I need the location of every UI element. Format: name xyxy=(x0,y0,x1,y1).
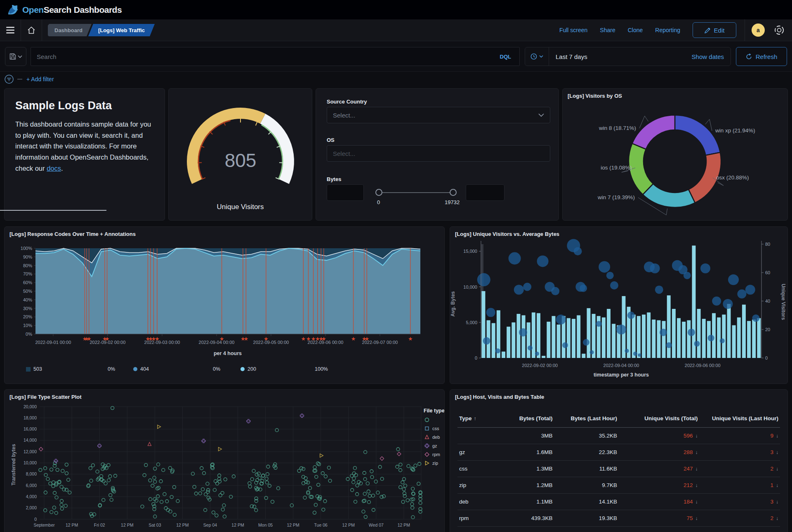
svg-text:6,000: 6,000 xyxy=(26,483,37,488)
clone-link[interactable]: Clone xyxy=(628,27,643,33)
bytes-slider-min-value: 0 xyxy=(377,199,380,205)
show-dates-link[interactable]: Show dates xyxy=(692,53,724,60)
panel-title: [Logs] Response Codes Over Time + Annota… xyxy=(5,227,444,237)
svg-text:15,000: 15,000 xyxy=(463,249,477,254)
filter-icon xyxy=(4,74,14,84)
source-country-select[interactable]: Select... xyxy=(327,107,550,123)
area-chart-canvas[interactable]: 0%10%20%30%40%50%60%70%80%90%100%2022-09… xyxy=(5,227,445,384)
share-link[interactable]: Share xyxy=(600,27,615,33)
svg-text:80%: 80% xyxy=(23,263,32,268)
svg-text:★: ★ xyxy=(301,336,306,342)
legend-item-blank[interactable] xyxy=(424,417,445,423)
edit-button[interactable]: Edit xyxy=(693,22,736,38)
pencil-icon xyxy=(705,27,711,33)
bytes-max-input[interactable] xyxy=(466,184,504,201)
table-cell[interactable]: 184↓ xyxy=(619,499,700,505)
table-cell: 1.1MB xyxy=(500,499,554,505)
bytes-slider-handle-max[interactable] xyxy=(450,189,457,196)
svg-text:Sat 03: Sat 03 xyxy=(148,523,161,527)
svg-text:30%: 30% xyxy=(23,306,32,311)
add-filter-link[interactable]: + Add filter xyxy=(26,76,54,82)
svg-text:805: 805 xyxy=(225,150,257,171)
help-button[interactable] xyxy=(774,25,785,35)
column-header-unique-visits-total-[interactable]: Unique Visits (Total) xyxy=(619,415,700,421)
saved-query-menu-button[interactable] xyxy=(5,47,26,66)
svg-text:★: ★ xyxy=(408,336,413,342)
donut-canvas[interactable]: win xp (21.94%)osx (20.88%)win 7 (19.39%… xyxy=(563,89,788,221)
table-cell: 1.6MB xyxy=(500,449,554,455)
legend-item-css[interactable]: css xyxy=(424,426,445,431)
bytes-slider-handle-min[interactable] xyxy=(375,189,382,196)
table-cell[interactable]: 247↓ xyxy=(619,466,700,472)
reporting-link[interactable]: Reporting xyxy=(655,27,680,33)
table-cell[interactable]: 2↓ xyxy=(699,515,780,521)
search-placeholder: Search xyxy=(37,53,497,60)
filter-menu-button[interactable] xyxy=(4,74,14,84)
table-row: zip1.2MB9.7KB212↓1↓ xyxy=(457,477,780,494)
refresh-button[interactable]: Refresh xyxy=(736,47,787,66)
svg-text:0: 0 xyxy=(765,355,768,360)
gauge-canvas[interactable]: 805 xyxy=(169,90,312,212)
divider xyxy=(745,19,745,41)
table-cell: 11.6KB xyxy=(554,466,619,472)
breadcrumb-dashboard[interactable]: Dashboard xyxy=(48,24,92,36)
legend-item-gz[interactable]: gz xyxy=(424,443,445,449)
table-cell[interactable]: 596↓ xyxy=(619,433,700,439)
column-header-bytes-total-[interactable]: Bytes (Total) xyxy=(500,415,554,421)
full-screen-link[interactable]: Full screen xyxy=(559,27,587,33)
nav-bar: Dashboard [Logs] Web Traffic Full screen… xyxy=(0,19,792,41)
table-cell[interactable]: 9↓ xyxy=(699,433,780,439)
svg-text:8,000: 8,000 xyxy=(26,471,37,476)
breadcrumb-current-dashboard[interactable]: [Logs] Web Traffic xyxy=(88,24,155,36)
legend-item-deb[interactable]: deb xyxy=(424,434,445,440)
svg-text:40: 40 xyxy=(765,299,770,304)
top-brand-bar: OpenSearchDashboards xyxy=(0,0,792,19)
time-quick-select-button[interactable] xyxy=(525,47,549,66)
table-cell[interactable]: 212↓ xyxy=(619,482,700,488)
legend-item[interactable]: 404 xyxy=(133,366,149,372)
home-button[interactable] xyxy=(21,19,42,41)
panel-sample-logs-markdown: Sample Logs Data This dashboard contains… xyxy=(4,88,165,221)
table-cell[interactable]: 3↓ xyxy=(699,499,780,505)
legend-item-zip[interactable]: zip xyxy=(424,460,445,466)
scatter-canvas[interactable]: 02,0004,0006,0008,00010,00012,00014,0001… xyxy=(5,390,445,532)
legend-item: 0% xyxy=(108,366,115,372)
chevron-down-icon xyxy=(18,55,22,58)
search-input[interactable]: Search DQL xyxy=(31,47,520,66)
svg-text:2022-09-02 00:00: 2022-09-02 00:00 xyxy=(522,363,558,368)
column-header-type[interactable]: Type↑ xyxy=(457,415,500,421)
x-axis-title: per 4 hours xyxy=(207,351,248,356)
table-row: deb1.1MB14.1KB184↓3↓ xyxy=(457,494,780,510)
svg-text:10,000: 10,000 xyxy=(463,285,477,290)
bytes-slider-track[interactable] xyxy=(379,192,453,193)
column-header-bytes-last-hour-[interactable]: Bytes (Last Hour) xyxy=(554,415,619,421)
avatar[interactable]: a xyxy=(752,24,765,37)
table-cell[interactable]: 75↓ xyxy=(619,515,700,521)
table-cell: 19.3KB xyxy=(554,515,619,521)
docs-link[interactable]: docs xyxy=(47,165,61,172)
svg-text:win 8 (18.71%): win 8 (18.71%) xyxy=(599,125,636,131)
svg-text:60%: 60% xyxy=(23,280,32,285)
menu-button[interactable] xyxy=(0,19,21,41)
query-language-toggle[interactable]: DQL xyxy=(497,52,514,61)
table-cell[interactable]: 288↓ xyxy=(619,449,700,455)
svg-text:70%: 70% xyxy=(23,271,32,276)
legend-item[interactable]: 200 xyxy=(240,366,256,372)
legend-item-rpm[interactable]: rpm xyxy=(424,452,445,457)
svg-text:2,000: 2,000 xyxy=(26,505,37,510)
table-cell[interactable]: 1↓ xyxy=(699,482,780,488)
opensearch-logo-icon xyxy=(7,4,19,16)
table-cell[interactable]: 3↓ xyxy=(699,449,780,455)
save-icon xyxy=(9,53,16,60)
bytes-min-input[interactable] xyxy=(327,184,364,201)
svg-text:★: ★ xyxy=(105,336,110,342)
y-axis-title-right: Unique Visitors xyxy=(780,284,786,320)
legend-item[interactable]: 503 xyxy=(26,366,42,372)
svg-text:★: ★ xyxy=(321,336,326,342)
column-header-unique-visits-last-hour-[interactable]: Unique Visits (Last Hour) xyxy=(699,415,780,421)
time-range-label[interactable]: Last 7 days xyxy=(556,53,692,60)
table-cell: 439.3KB xyxy=(500,515,554,521)
bar-bubble-canvas[interactable]: 05,00010,00015,0000204060802022-09-02 00… xyxy=(450,227,788,384)
table-cell[interactable]: 2↓ xyxy=(699,466,780,472)
os-select[interactable]: Select... xyxy=(327,145,550,162)
